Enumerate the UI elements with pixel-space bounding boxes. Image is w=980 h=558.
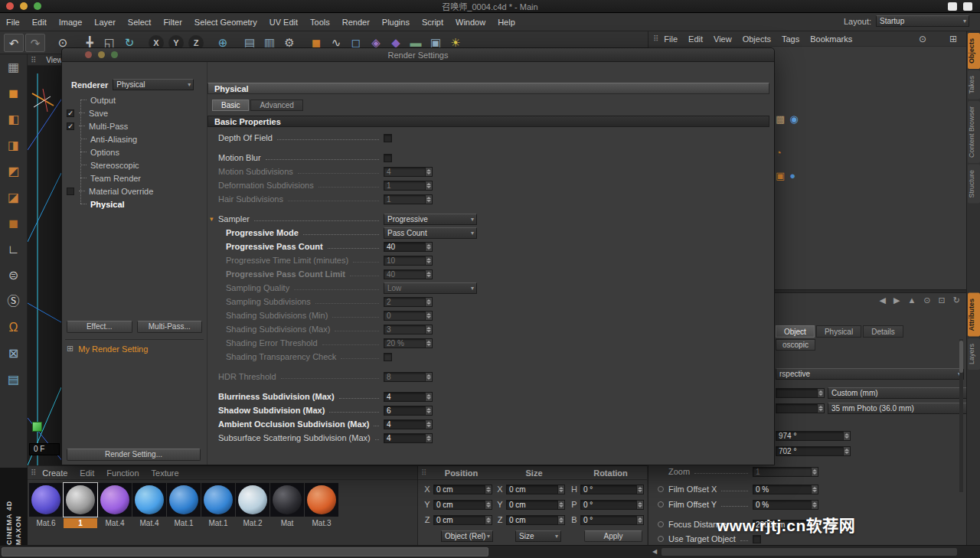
menu-uv-edit[interactable]: UV Edit [263,18,304,27]
tab-basic[interactable]: Basic [212,100,249,111]
drag-handle-icon[interactable]: ⠿ [31,468,35,477]
edges-mode-icon[interactable]: ◪ [4,188,24,207]
render-settings-dialog[interactable]: Render Settings Renderer Physical ▾ Outp… [61,47,775,465]
spinner-icon[interactable] [485,485,492,494]
tree-item-anti-aliasing[interactable]: Anti-Aliasing [62,132,207,145]
spinner-icon[interactable] [425,243,432,251]
redo-icon[interactable]: ↷ [25,34,45,52]
edge-tab-takes[interactable]: Takes [968,70,980,100]
dock-menu-file[interactable]: File [659,34,682,44]
lens-preset-dropdown[interactable]: 35 mm Photo (36.0 mm) ▾ [828,403,980,414]
menu-render[interactable]: Render [336,18,376,27]
spinner-icon[interactable] [425,256,432,265]
attr-tab-physical[interactable]: Physical [816,325,861,338]
edge-tab-content-browser[interactable]: Content Browser [968,101,980,163]
spinner-icon[interactable] [557,485,564,494]
nav-back-icon[interactable]: ◀ [880,295,886,305]
dock-menu-objects[interactable]: Objects [738,34,776,44]
history-icon[interactable]: ↻ [953,295,960,305]
menu-tools[interactable]: Tools [304,18,336,27]
dropdown-sampler[interactable]: Progressive▾ [384,214,477,225]
texture-tag-icon[interactable]: ▩ [776,114,785,125]
spinner-icon[interactable] [817,389,824,397]
field-subsurface-scattering-subdivision-max[interactable]: 4 [384,433,433,443]
keyframe-icon[interactable] [658,536,664,542]
panel-layout-icon[interactable]: ⊞ [949,34,957,44]
keyframe-icon[interactable] [658,521,664,527]
tree-item-physical[interactable]: Physical [62,197,207,210]
menu-select-geometry[interactable]: Select Geometry [188,18,263,27]
spinner-icon[interactable] [425,195,432,204]
tree-item-team-render[interactable]: Team Render [62,171,207,184]
material-menu-create[interactable]: Create [37,468,73,478]
multi-pass-button[interactable]: Multi-Pass... [137,321,203,333]
tree-item-output[interactable]: Output [62,93,207,106]
spinner-icon[interactable] [425,434,432,442]
material-item[interactable]: Mat.4 [132,483,166,528]
checkbox-depth-of-field[interactable] [384,134,392,142]
expander-icon[interactable]: ▾ [210,215,214,223]
edge-tab-layers[interactable]: Layers [968,338,980,370]
menu-script[interactable]: Script [416,18,449,27]
dock-menu-edit[interactable]: Edit [684,34,707,44]
menu-plugins[interactable]: Plugins [376,18,416,27]
object-row[interactable]: ◔ [776,148,782,158]
material-thumbnail[interactable] [64,483,97,517]
texture-mode-icon[interactable]: ◨ [4,135,24,155]
material-thumbnail[interactable] [305,483,338,517]
layout-dropdown[interactable]: Startup ▾ [876,15,969,27]
apply-button[interactable]: Apply [584,530,642,542]
material-thumbnail[interactable] [98,483,132,517]
sensor-preset-dropdown[interactable]: Custom (mm) ▾ [828,387,980,399]
menu-edit[interactable]: Edit [26,18,53,27]
make-editable-icon[interactable]: ◼ [4,83,24,103]
focal-length-field[interactable] [776,403,825,413]
undo-icon[interactable]: ↶ [4,34,24,52]
field-of-view-h-field[interactable]: 974 ° [776,431,851,441]
spinner-icon[interactable] [425,393,432,401]
spinner-icon[interactable] [485,516,492,524]
layers-icon[interactable]: ▤ [4,370,24,390]
edge-tab-structure[interactable]: Structure [968,165,980,204]
material-item[interactable]: Mat.3 [305,483,338,528]
polygons-mode-icon[interactable]: ◼ [4,214,24,233]
scroll-left-icon[interactable]: ◀ [650,547,659,556]
spinner-icon[interactable] [485,501,492,509]
scrollbar-thumb[interactable] [2,547,488,556]
dock-menu-bookmarks[interactable]: Bookmarks [805,34,857,44]
material-item[interactable]: Mat.1 [201,483,235,528]
renderer-dropdown[interactable]: Physical ▾ [113,79,194,90]
field-shadow-subdivision-max[interactable]: 6 [384,406,433,416]
spinner-icon[interactable] [425,298,432,306]
checkbox-save[interactable]: ✓ [67,109,74,117]
spinner-icon[interactable] [811,501,818,509]
nav-up-icon[interactable]: ▲ [907,295,916,305]
field-size-z[interactable]: 0 cm [506,515,565,525]
field-rotation-h[interactable]: 0 ° [580,485,644,494]
spinner-icon[interactable] [636,485,643,494]
spinner-icon[interactable] [843,447,850,455]
edge-tab-attributes[interactable]: Attributes [968,293,980,337]
frame-counter-field[interactable]: 0 F [29,443,60,455]
spinner-icon[interactable] [425,373,432,381]
attr-tab-object[interactable]: Object [776,325,815,338]
enable-axis-icon[interactable]: ∟ [4,240,24,259]
field-position-z[interactable]: 0 cm [433,515,492,525]
scrollbar-thumb[interactable] [662,548,957,556]
tree-item-material-override[interactable]: Material Override [62,184,207,197]
checkbox-multi-pass[interactable]: ✓ [67,122,74,130]
coordinate-mode-dropdown[interactable]: Object (Rel) ▾ [441,530,493,542]
tab-advanced[interactable]: Advanced [250,100,302,111]
field-film-offset-x[interactable]: 0 % [753,485,818,494]
sky-material-icon[interactable]: ◉ [789,114,798,125]
spinner-icon[interactable] [811,485,818,494]
material-item[interactable]: Mat.6 [29,483,63,528]
dock-menu-view[interactable]: View [709,34,737,44]
material-item[interactable]: Mat.4 [98,483,132,528]
field-rotation-b[interactable]: 0 ° [580,515,644,525]
system-status-icon-2[interactable] [963,2,972,11]
spinner-icon[interactable] [843,432,850,440]
size-mode-dropdown[interactable]: Size ▾ [515,530,561,542]
lock-icon[interactable]: ⊠ [4,344,24,364]
menu-filter[interactable]: Filter [157,18,188,27]
